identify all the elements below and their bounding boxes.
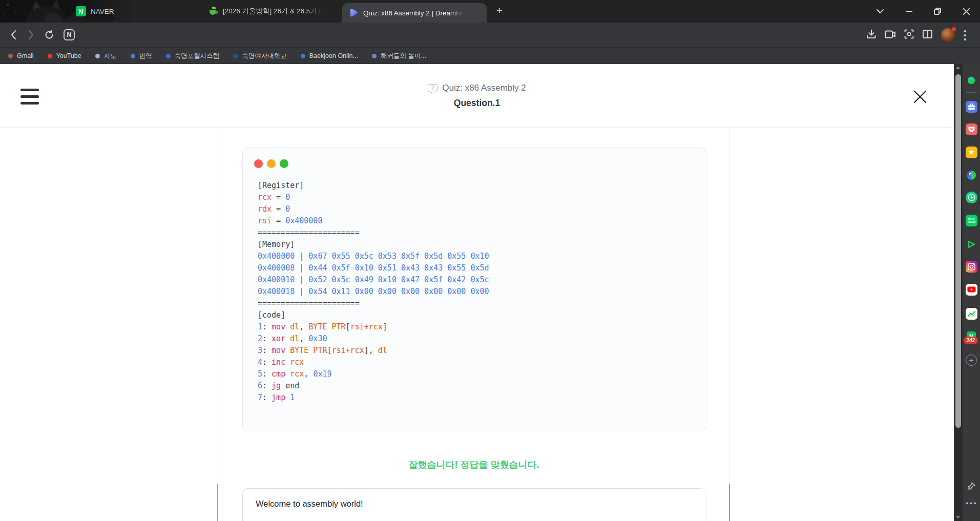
terminal-line: 4: inc rcx <box>258 357 489 368</box>
bookmark-item[interactable]: YouTube <box>48 52 81 59</box>
downloads-icon[interactable] <box>867 29 876 41</box>
sidebar-series-play-icon[interactable] <box>965 238 977 251</box>
terminal-line: rdx = 0 <box>258 203 489 215</box>
tab-label: NAVER <box>91 8 114 15</box>
sidebar-home-ring-icon[interactable] <box>965 74 977 87</box>
sidebar-toolbox-icon[interactable] <box>965 100 977 113</box>
bookmark-favicon <box>301 54 305 58</box>
terminal-line: ====================== <box>258 227 489 239</box>
window-restore-button[interactable] <box>928 4 947 19</box>
bookmark-label: 번역 <box>139 52 152 60</box>
terminal-line: rsi = 0x400000 <box>258 215 489 227</box>
new-tab-button[interactable]: + <box>493 5 506 18</box>
bookmark-item[interactable]: Gmail <box>8 52 34 59</box>
scrollbar-thumb[interactable] <box>955 74 961 428</box>
page-scrollbar[interactable] <box>954 64 963 521</box>
terminal-line: 1: mov dl, BYTE PTR[rsi+rcx] <box>258 321 489 333</box>
terminal-line: 5: cmp rcx, 0x19 <box>258 368 489 380</box>
bookmark-favicon <box>95 54 100 58</box>
bookmark-item[interactable]: 숙명포털시스템 <box>166 52 220 60</box>
tab-label: [2026 겨울방학] 26기 & 26.5기 E <box>223 7 324 16</box>
browser-menu-icon[interactable]: ••• <box>964 29 966 41</box>
back-button[interactable] <box>7 28 20 41</box>
bookmark-item[interactable]: 숙명여자대학교 <box>233 52 287 60</box>
bookmark-label: 숙명여자대학교 <box>242 52 287 60</box>
terminal-line: 0x400000 | 0x67 0x55 0x5c 0x53 0x5f 0x5d… <box>258 251 489 262</box>
answer-text: Welcome to assembly world! <box>256 499 363 509</box>
dreamhack-favicon <box>348 8 359 18</box>
profile-avatar[interactable] <box>941 28 955 42</box>
bookmark-item[interactable]: 번역 <box>131 52 152 60</box>
bookmark-label: 지도 <box>104 52 117 60</box>
window-minimize-button[interactable] <box>900 4 918 19</box>
dreamhack-quiz-page: ? Quiz: x86 Assembly 2 Question.1 [Regis… <box>0 64 954 521</box>
sidebar-naver-app-icon[interactable]: N242 <box>965 331 977 344</box>
notification-badge: 242 <box>964 337 978 344</box>
tab-search-chevron-icon[interactable] <box>871 4 889 19</box>
success-border-left <box>217 484 218 521</box>
terminal-line: 6: jg end <box>258 380 489 392</box>
sidebar-add-button[interactable]: + <box>965 354 977 366</box>
terminal-line: 7: jmp 1 <box>258 392 489 404</box>
quiz-bubble-icon: ? <box>428 84 437 92</box>
sidebar-more-icon[interactable]: • • • <box>965 497 977 509</box>
tab-label: Quiz: x86 Assembly 2 | Dreamha <box>363 9 464 17</box>
bookmark-favicon <box>131 54 135 58</box>
terminal-line: 2: xor dl, 0x30 <box>258 333 489 345</box>
bookmark-item[interactable]: 해커들의 놀이... <box>372 52 426 60</box>
bookmark-favicon <box>372 54 377 58</box>
success-message: 잘했습니다! 정답을 맞췄습니다. <box>218 459 730 471</box>
sidebar-papago-icon[interactable] <box>965 169 977 181</box>
window-close-button[interactable] <box>957 4 975 19</box>
bookmark-label: YouTube <box>56 52 81 59</box>
sidebar-youtube-icon[interactable] <box>965 283 977 296</box>
bookmark-favicon <box>8 54 13 58</box>
sidebar-webtoon-icon[interactable]: WEBTOON <box>965 214 977 226</box>
bookmark-label: Baekjoon Onlin... <box>309 52 358 59</box>
code-terminal: [Register]rcx = 0rdx = 0rsi = 0x400000==… <box>242 148 706 431</box>
tab-dreamhack-quiz-active[interactable]: Quiz: x86 Assembly 2 | Dreamha <box>342 3 487 23</box>
terminal-line: 3: mov BYTE PTR[rsi+rcx], dl <box>258 345 489 357</box>
sidebar-bookmarks-star-icon[interactable]: ★ <box>965 146 977 158</box>
reload-button[interactable] <box>43 28 56 41</box>
scroll-down-arrow[interactable] <box>956 516 960 518</box>
forward-button[interactable] <box>24 28 37 41</box>
scroll-up-arrow[interactable] <box>956 67 960 69</box>
browser-window: N NAVER [2026 겨울방학] 26기 & 26.5기 E Quiz: … <box>0 0 980 521</box>
success-border-right <box>729 484 730 521</box>
video-popup-icon[interactable] <box>885 30 895 40</box>
tab-winter-camp[interactable]: [2026 겨울방학] 26기 & 26.5기 E <box>209 0 337 23</box>
quiz-title-row: ? Quiz: x86 Assembly 2 <box>428 83 526 93</box>
quiz-close-button[interactable] <box>913 90 927 104</box>
split-view-icon[interactable] <box>923 30 932 40</box>
sidebar-naver-tv-icon[interactable] <box>965 191 977 203</box>
sidebar-pocket-icon[interactable] <box>965 123 977 135</box>
sidebar-pin-icon[interactable] <box>965 480 977 492</box>
sidebar-divider <box>966 92 977 93</box>
bookmark-item[interactable]: Baekjoon Onlin... <box>301 52 358 59</box>
bookmark-label: 숙명포털시스템 <box>175 52 220 60</box>
bookmark-item[interactable]: 지도 <box>95 52 117 60</box>
naver-favicon: N <box>76 6 86 16</box>
answer-card[interactable]: Welcome to assembly world! <box>242 488 706 521</box>
bookmark-label: Gmail <box>17 52 34 59</box>
sidebar-instagram-icon[interactable] <box>965 260 977 273</box>
cup-favicon <box>209 7 218 16</box>
tab-bar: N NAVER [2026 겨울방학] 26기 & 26.5기 E Quiz: … <box>0 0 980 23</box>
tab-naver[interactable]: N NAVER <box>76 0 114 23</box>
naver-extension-icon[interactable]: N <box>62 28 76 41</box>
terminal-code: [Register]rcx = 0rdx = 0rsi = 0x400000==… <box>258 180 489 404</box>
bookmark-favicon <box>233 54 238 58</box>
sidebar-stock-chart-icon[interactable] <box>965 307 977 320</box>
capture-icon[interactable] <box>904 29 914 41</box>
bookmark-label: 해커들의 놀이... <box>381 52 426 60</box>
question-number: Question.1 <box>0 98 954 109</box>
bookmark-favicon <box>48 54 52 58</box>
quiz-title: Quiz: x86 Assembly 2 <box>442 83 526 93</box>
terminal-line: rcx = 0 <box>258 192 489 203</box>
terminal-line: [Memory] <box>258 239 489 251</box>
terminal-red-dot <box>254 159 263 168</box>
terminal-line: 0x400018 | 0x54 0x11 0x00 0x00 0x00 0x00… <box>258 286 489 298</box>
whale-sidebar: ★ WEBTOON N242 + • • • <box>963 64 980 521</box>
header-divider <box>0 127 954 128</box>
